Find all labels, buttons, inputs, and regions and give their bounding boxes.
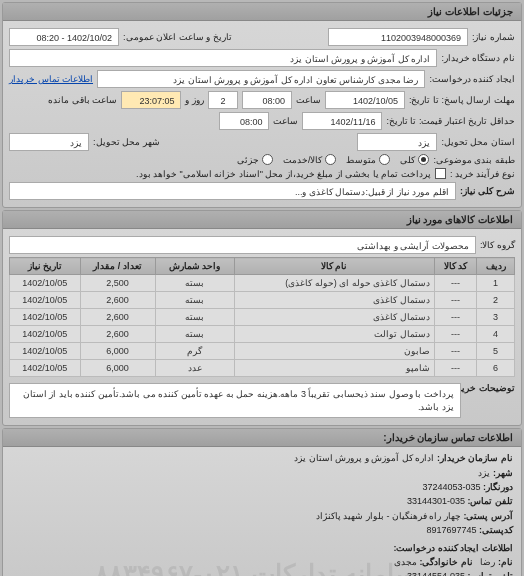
items-table: ردیف کد کالا نام کالا واحد شمارش تعداد /… bbox=[9, 257, 515, 377]
cell-name: دستمال توالت bbox=[234, 326, 434, 343]
deadline-label: مهلت ارسال پاسخ: تا تاریخ: bbox=[409, 95, 515, 105]
cell-row: 3 bbox=[477, 309, 515, 326]
cell-qty: 2,600 bbox=[80, 292, 155, 309]
org-label: نام سازمان خریدار: bbox=[437, 453, 513, 463]
class-radio-group: کلی متوسط کالا/خدمت جزئی bbox=[237, 154, 430, 165]
col-date: تاریخ نیاز bbox=[10, 258, 81, 275]
desc-value: اقلم مورد نیاز از قبیل:دستمال کاغذی و... bbox=[9, 182, 456, 200]
cell-date: 1402/10/05 bbox=[10, 292, 81, 309]
cell-name: شامپو bbox=[234, 360, 434, 377]
contact-link[interactable]: اطلاعات تماس خریدار bbox=[9, 74, 93, 84]
table-row[interactable]: 1---دستمال کاغذی حوله ای (حوله کاغذی)بست… bbox=[10, 275, 515, 292]
days-value: 2 bbox=[208, 91, 238, 109]
col-unit: واحد شمارش bbox=[155, 258, 234, 275]
time-label-2: ساعت bbox=[273, 116, 298, 126]
cell-qty: 6,000 bbox=[80, 343, 155, 360]
cell-date: 1402/10/05 bbox=[10, 309, 81, 326]
cell-date: 1402/10/05 bbox=[10, 343, 81, 360]
radio-all[interactable]: کلی bbox=[400, 154, 429, 165]
cell-row: 2 bbox=[477, 292, 515, 309]
addr-value: چهار راه فرهنگیان - بلوار شهید پاکنژاد bbox=[316, 511, 461, 521]
cell-name: دستمال کاغذی حوله ای (حوله کاغذی) bbox=[234, 275, 434, 292]
radio-mid[interactable]: متوسط bbox=[346, 154, 390, 165]
city-label: شهر محل تحویل: bbox=[93, 137, 160, 147]
table-row[interactable]: 6---شامپوعدد6,0001402/10/05 bbox=[10, 360, 515, 377]
city-value: یزد bbox=[9, 133, 89, 151]
c-city-value: یزد bbox=[478, 468, 490, 478]
table-row[interactable]: 3---دستمال کاغذیبسته2,6001402/10/05 bbox=[10, 309, 515, 326]
cell-code: --- bbox=[434, 360, 476, 377]
radio-dot-icon bbox=[379, 154, 390, 165]
cell-unit: بسته bbox=[155, 275, 234, 292]
cell-unit: عدد bbox=[155, 360, 234, 377]
announce-value: 1402/10/02 - 08:20 bbox=[9, 28, 119, 46]
cell-code: --- bbox=[434, 326, 476, 343]
req-no-label: شماره نیاز: bbox=[472, 32, 515, 42]
note-label: توضیحات خریدار: bbox=[465, 383, 515, 393]
fax-label: دورنگار: bbox=[483, 482, 513, 492]
table-row[interactable]: 4---دستمال توالتبسته2,6001402/10/05 bbox=[10, 326, 515, 343]
radio-dot-icon bbox=[325, 154, 336, 165]
desc-label: شرح کلی نیاز: bbox=[460, 186, 515, 196]
days-label: روز و bbox=[185, 95, 204, 105]
remain-time: 23:07:05 bbox=[121, 91, 181, 109]
table-row[interactable]: 2---دستمال کاغذیبسته2,6001402/10/05 bbox=[10, 292, 515, 309]
cell-unit: بسته bbox=[155, 326, 234, 343]
req-no-value: 1102003948000369 bbox=[328, 28, 468, 46]
tel2-label: تلفن تماس: bbox=[468, 571, 514, 576]
group-value: محصولات آرایشی و بهداشتی bbox=[9, 236, 476, 254]
buyer-note: پرداخت با وصول سند ذیحسابی تقریباً 3 ماه… bbox=[9, 383, 461, 418]
c-city-label: شهر: bbox=[493, 468, 513, 478]
buy-type-label: نوع فرآیند خرید : bbox=[450, 169, 515, 179]
cell-code: --- bbox=[434, 309, 476, 326]
tel2-value: 035-33144554 bbox=[407, 571, 465, 576]
cell-code: --- bbox=[434, 343, 476, 360]
cell-row: 5 bbox=[477, 343, 515, 360]
cell-name: صابون bbox=[234, 343, 434, 360]
creator-label: ایجاد کننده درخواست: bbox=[429, 74, 515, 84]
fax-value: 035-37244053 bbox=[422, 482, 480, 492]
cell-qty: 2,500 bbox=[80, 275, 155, 292]
time-label-1: ساعت bbox=[296, 95, 321, 105]
radio-srv[interactable]: جزئی bbox=[237, 154, 273, 165]
contact-title: اطلاعات تماس سازمان خریدار: bbox=[3, 429, 521, 447]
remain-label: ساعت باقی مانده bbox=[48, 95, 117, 105]
checkbox-icon[interactable] bbox=[435, 168, 446, 179]
cell-date: 1402/10/05 bbox=[10, 275, 81, 292]
radio-dot-icon bbox=[418, 154, 429, 165]
cell-date: 1402/10/05 bbox=[10, 326, 81, 343]
creator-value: رضا مجدی کارشناس تعاون اداره کل آموزش و … bbox=[97, 70, 425, 88]
deadline-date: 1402/10/05 bbox=[325, 91, 405, 109]
cell-row: 4 bbox=[477, 326, 515, 343]
tel-label: تلفن تماس: bbox=[468, 496, 514, 506]
cell-unit: بسته bbox=[155, 292, 234, 309]
zip-value: 8917697745 bbox=[426, 525, 476, 535]
valid-label: حداقل تاریخ اعتبار قیمت: تا تاریخ: bbox=[386, 116, 515, 126]
cell-row: 1 bbox=[477, 275, 515, 292]
cell-unit: بسته bbox=[155, 309, 234, 326]
org-value: اداره کل آموزش و پرورش استان یزد bbox=[294, 453, 434, 463]
deadline-time: 08:00 bbox=[242, 91, 292, 109]
tel-value: 035-33144301 bbox=[407, 496, 465, 506]
name-label: نام: bbox=[498, 557, 513, 567]
creator-section: اطلاعات ایجاد کننده درخواست: bbox=[11, 541, 513, 555]
table-row[interactable]: 5---صابونگرم6,0001402/10/05 bbox=[10, 343, 515, 360]
buyer-label: نام دستگاه خریدار: bbox=[441, 53, 515, 63]
radio-item[interactable]: کالا/خدمت bbox=[283, 154, 337, 165]
cell-qty: 2,600 bbox=[80, 326, 155, 343]
col-qty: تعداد / مقدار bbox=[80, 258, 155, 275]
radio-dot-icon bbox=[262, 154, 273, 165]
cell-code: --- bbox=[434, 292, 476, 309]
announce-label: تاریخ و ساعت اعلان عمومی: bbox=[123, 32, 232, 42]
valid-date: 1402/11/16 bbox=[302, 112, 382, 130]
items-title: اطلاعات کالاهای مورد نیاز bbox=[3, 211, 521, 229]
class-label: طبقه بندی موضوعی: bbox=[433, 155, 515, 165]
cell-name: دستمال کاغذی bbox=[234, 309, 434, 326]
cell-date: 1402/10/05 bbox=[10, 360, 81, 377]
province-label: استان محل تحویل: bbox=[441, 137, 515, 147]
cell-code: --- bbox=[434, 275, 476, 292]
zip-label: کدپستی: bbox=[479, 525, 513, 535]
col-code: کد کالا bbox=[434, 258, 476, 275]
cell-unit: گرم bbox=[155, 343, 234, 360]
buyer-value: اداره کل آموزش و پرورش استان یزد bbox=[9, 49, 437, 67]
